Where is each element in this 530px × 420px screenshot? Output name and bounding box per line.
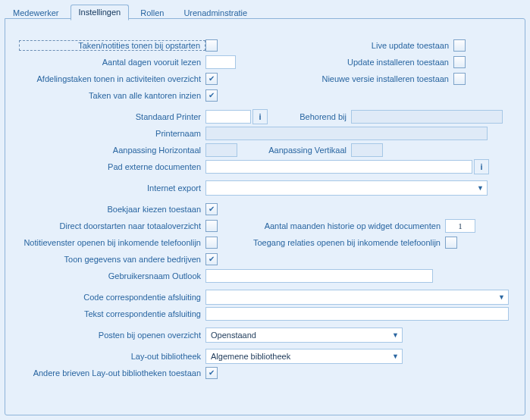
lbl-maanden: Aantal maanden historie op widget docume… (218, 221, 445, 230)
lbl-standaard-printer: Standaard Printer (19, 112, 205, 121)
cb-notitievenster[interactable] (205, 237, 218, 249)
input-printernaam[interactable] (205, 127, 488, 140)
lbl-andere-bedrijven: Toon gegevens van andere bedrijven (19, 255, 205, 264)
cb-andere-bedrijven[interactable] (205, 253, 218, 265)
chevron-down-icon: ▼ (498, 293, 505, 301)
combo-layout[interactable]: Algemene bibliotheek ▼ (205, 349, 403, 364)
cb-afdelingstaken[interactable] (205, 73, 218, 85)
lbl-tekst-corr: Tekst correspondentie afsluiting (19, 309, 205, 318)
lbl-live-update: Live update toestaan (282, 41, 453, 50)
info-pad-ext-icon[interactable]: i (474, 159, 489, 174)
lbl-aan-hor: Aanpassing Horizontaal (19, 146, 205, 155)
lbl-taken-notities: Taken/notities tonen bij opstarten (19, 40, 205, 51)
chevron-down-icon: ▼ (392, 353, 399, 360)
chevron-down-icon: ▼ (477, 184, 484, 192)
lbl-layout: Lay-out bibliotheek (19, 352, 205, 361)
cb-taken-notities[interactable] (205, 39, 218, 52)
cb-nieuwe-versie[interactable] (453, 73, 466, 85)
lbl-code-corr: Code correspondentie afsluiting (19, 293, 205, 302)
lbl-toegang: Toegang relaties openen bij inkomende te… (218, 238, 445, 247)
cb-andere-layout[interactable] (205, 367, 218, 379)
tab-instellingen[interactable]: Instellingen (71, 5, 130, 20)
cb-boekjaar[interactable] (205, 203, 218, 215)
combo-internet-export[interactable]: ▼ (205, 180, 488, 196)
cb-live-update[interactable] (453, 39, 466, 52)
chevron-down-icon: ▼ (392, 331, 399, 339)
cb-alle-kantoren[interactable] (205, 89, 218, 102)
input-standaard-printer[interactable] (205, 110, 251, 124)
lbl-andere-layout: Andere brieven Lay-out bibliotheken toes… (19, 368, 205, 378)
lbl-doorstart: Direct doorstarten naar totaaloverzicht (19, 221, 205, 230)
lbl-behorend-bij: Behorend bij (268, 112, 351, 121)
settings-panel: Taken/notities tonen bij opstarten Live … (5, 18, 525, 415)
cb-update-install[interactable] (453, 56, 466, 68)
lbl-notitievenster: Notitievenster openen bij inkomende tele… (19, 238, 205, 247)
combo-layout-value: Algemene bibliotheek (211, 352, 290, 361)
lbl-aantal-dagen: Aantal dagen vooruit lezen (19, 58, 205, 67)
combo-code-corr[interactable]: ▼ (205, 290, 509, 305)
combo-posten[interactable]: Openstaand ▼ (205, 328, 403, 343)
lbl-update-install: Update installeren toestaan (282, 58, 453, 67)
lbl-aan-ver: Aanpassing Vertikaal (237, 146, 351, 155)
lbl-outlook: Gebruikersnaam Outlook (19, 271, 205, 281)
input-pad-ext[interactable] (205, 160, 472, 174)
input-aantal-dagen[interactable] (205, 55, 236, 69)
lbl-alle-kantoren: Taken van alle kantoren inzien (19, 91, 205, 100)
lbl-nieuwe-versie: Nieuwe versie installeren toestaan (282, 74, 453, 83)
lbl-pad-ext: Pad externe documenten (19, 162, 205, 171)
cb-toegang[interactable] (445, 237, 457, 249)
combo-posten-value: Openstaand (211, 331, 256, 340)
lbl-internet-export: Internet export (19, 183, 205, 193)
input-tekst-corr[interactable] (205, 307, 509, 321)
input-aan-ver[interactable] (351, 143, 383, 157)
cb-doorstart[interactable] (205, 220, 218, 232)
info-standaard-printer-icon[interactable]: i (252, 109, 268, 124)
lbl-posten: Posten bij openen overzicht (19, 331, 205, 340)
lbl-printernaam: Printernaam (19, 129, 205, 138)
input-outlook[interactable] (205, 269, 433, 283)
input-maanden[interactable] (445, 219, 475, 233)
input-behorend-bij[interactable] (351, 110, 503, 124)
lbl-afdelingstaken: Afdelingstaken tonen in activiteiten ove… (19, 74, 205, 83)
lbl-boekjaar: Boekjaar kiezen toestaan (19, 205, 205, 214)
input-aan-hor[interactable] (205, 143, 237, 157)
